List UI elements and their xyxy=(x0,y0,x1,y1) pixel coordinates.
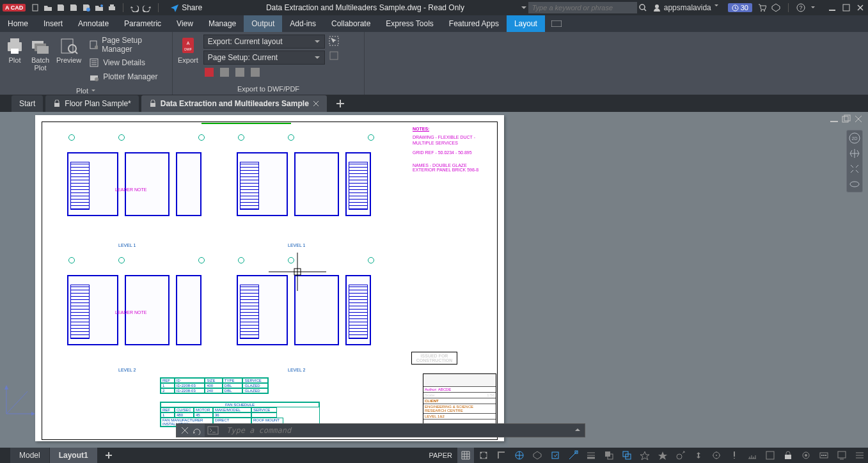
openweb-icon[interactable] xyxy=(95,3,104,12)
close-icon[interactable] xyxy=(856,4,864,12)
grid-toggle[interactable] xyxy=(457,448,474,463)
pan-icon[interactable] xyxy=(849,148,860,159)
layout1-tab[interactable]: Layout1 xyxy=(50,448,98,463)
focus-panel-button[interactable] xyxy=(545,15,568,32)
help-icon[interactable]: ? xyxy=(796,3,805,12)
page-setup-dropdown[interactable]: Page Setup: Current xyxy=(203,51,325,65)
orbit-icon[interactable] xyxy=(849,178,860,190)
workspace-switch[interactable] xyxy=(708,448,725,463)
customize-icon[interactable] xyxy=(180,426,189,435)
plot-button[interactable]: Plot xyxy=(4,35,26,65)
share-button[interactable]: Share xyxy=(170,3,202,12)
filetab-floor-plan[interactable]: Floor Plan Sample* xyxy=(45,95,138,112)
isolate-objects[interactable] xyxy=(798,448,814,463)
undo-icon[interactable] xyxy=(130,3,139,12)
add-layout-button[interactable] xyxy=(98,448,120,463)
plot-icon[interactable] xyxy=(107,3,116,12)
tab-layout[interactable]: Layout xyxy=(507,15,545,32)
open-icon[interactable] xyxy=(43,3,52,12)
recent-commands-icon[interactable] xyxy=(192,426,201,435)
export-pdf-icon[interactable] xyxy=(219,67,230,78)
page-setup-manager-button[interactable]: Page Setup Manager xyxy=(86,35,168,55)
paper-model-toggle[interactable]: PAPER xyxy=(425,451,456,459)
tab-output[interactable]: Output xyxy=(244,15,282,32)
customization-menu[interactable] xyxy=(851,448,868,463)
plotter-manager-button[interactable]: Plotter Manager xyxy=(86,70,168,83)
transparency-toggle[interactable] xyxy=(601,448,617,463)
svg-rect-3 xyxy=(109,6,115,10)
selection-cycling-toggle[interactable] xyxy=(619,448,635,463)
chevron-down-icon[interactable] xyxy=(810,3,819,12)
close-icon[interactable] xyxy=(313,100,319,107)
clean-screen[interactable] xyxy=(833,448,850,463)
tab-annotate[interactable]: Annotate xyxy=(70,15,116,32)
tab-addins[interactable]: Add-ins xyxy=(282,15,324,32)
preview-button[interactable]: Preview xyxy=(55,35,83,65)
search-dropdown-icon[interactable] xyxy=(521,4,527,11)
redo-icon[interactable] xyxy=(143,3,152,12)
tab-manage[interactable]: Manage xyxy=(201,15,244,32)
scale-list[interactable] xyxy=(690,448,707,463)
annotation-monitor[interactable] xyxy=(726,448,743,463)
navigation-bar[interactable]: 2D xyxy=(846,130,863,192)
user-account[interactable]: appsmalavida xyxy=(652,3,723,12)
export-options-icon[interactable] xyxy=(329,50,339,60)
annotation-scale[interactable] xyxy=(636,448,653,463)
snap-toggle[interactable] xyxy=(475,448,492,463)
tab-featuredapps[interactable]: Featured Apps xyxy=(441,15,507,32)
polar-toggle[interactable] xyxy=(511,448,528,463)
autosnap-toggle[interactable] xyxy=(565,448,581,463)
app-store-icon[interactable] xyxy=(771,3,780,12)
filetab-start[interactable]: Start xyxy=(12,95,43,112)
tab-expresstools[interactable]: Express Tools xyxy=(378,15,441,32)
ortho-toggle[interactable] xyxy=(493,448,510,463)
model-tab[interactable]: Model xyxy=(10,448,50,463)
tab-home[interactable]: Home xyxy=(0,15,36,32)
minimize-icon[interactable] xyxy=(828,4,836,12)
batch-plot-button[interactable]: Batch Plot xyxy=(29,35,51,73)
isodraft-toggle[interactable] xyxy=(529,448,546,463)
svg-rect-38 xyxy=(150,103,155,107)
zoom-extents-icon[interactable] xyxy=(849,163,860,175)
search-icon[interactable] xyxy=(638,3,647,12)
maximize-icon[interactable] xyxy=(842,4,850,12)
export-dwfx-icon[interactable] xyxy=(203,67,215,78)
units-toggle[interactable] xyxy=(744,448,761,463)
trial-badge[interactable]: 30 xyxy=(728,3,752,12)
hardware-accel[interactable] xyxy=(816,448,832,463)
saveweb-icon[interactable] xyxy=(82,3,91,12)
lock-ui[interactable] xyxy=(780,448,796,463)
export-dwf-icon[interactable] xyxy=(234,67,246,78)
command-input[interactable] xyxy=(221,426,571,435)
annotation-visibility[interactable] xyxy=(654,448,671,463)
export-button[interactable]: ADWF Export xyxy=(177,35,200,65)
minimize-icon[interactable] xyxy=(830,114,839,123)
close-icon[interactable] xyxy=(854,114,863,123)
tab-collaborate[interactable]: Collaborate xyxy=(324,15,378,32)
svg-point-44 xyxy=(850,182,859,187)
notes-title: NOTES: xyxy=(413,127,429,132)
view-details-button[interactable]: View Details xyxy=(86,56,168,69)
command-history-toggle[interactable] xyxy=(571,426,585,435)
export-layout-dropdown[interactable]: Export: Current layout xyxy=(203,35,325,49)
export-dgn-icon[interactable] xyxy=(249,67,261,78)
search-input[interactable] xyxy=(528,2,637,13)
lineweight-toggle[interactable] xyxy=(583,448,599,463)
save-icon[interactable] xyxy=(56,3,65,12)
quick-properties[interactable] xyxy=(762,448,778,463)
cart-icon[interactable] xyxy=(757,3,766,12)
viewcube-icon[interactable]: 2D xyxy=(849,132,860,144)
tab-view[interactable]: View xyxy=(169,15,201,32)
select-window-icon[interactable] xyxy=(329,36,339,46)
restore-icon[interactable] xyxy=(842,114,851,123)
saveas-icon[interactable] xyxy=(69,3,78,12)
filetab-data-extraction[interactable]: Data Extraction and Multileaders Sample xyxy=(141,95,327,112)
osnap-toggle[interactable] xyxy=(547,448,564,463)
drawing-area[interactable]: 2D LEADER NOTE LEVEL 1 xyxy=(0,112,868,448)
tab-parametric[interactable]: Parametric xyxy=(116,15,169,32)
annotation-autoscale[interactable] xyxy=(672,448,689,463)
tab-insert[interactable]: Insert xyxy=(36,15,70,32)
new-icon[interactable] xyxy=(31,3,40,12)
new-drawing-tab[interactable] xyxy=(329,95,351,112)
command-line[interactable] xyxy=(176,423,585,437)
